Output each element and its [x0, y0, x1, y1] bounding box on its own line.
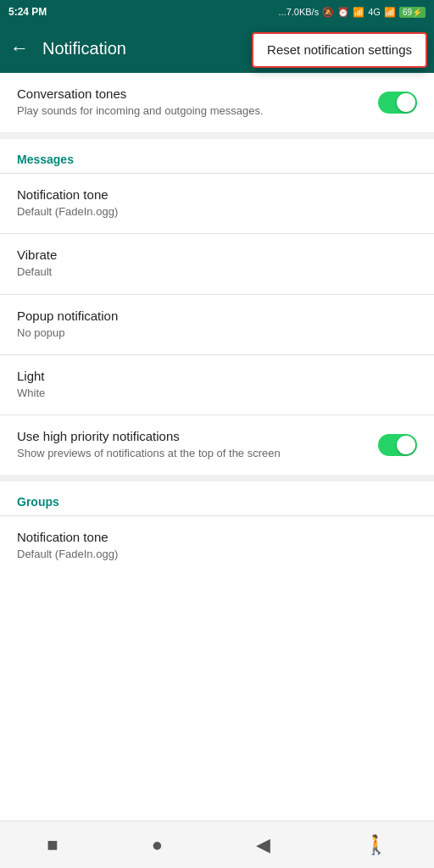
vibrate-text: Vibrate Default: [17, 248, 417, 280]
notification-tone-text: Notification tone Default (FadeIn.ogg): [17, 187, 417, 220]
light-text: Light White: [17, 369, 417, 401]
group-notification-tone-subtitle: Default (FadeIn.ogg): [17, 547, 417, 562]
signal-icon2: 📶: [384, 7, 396, 18]
vibrate-title: Vibrate: [17, 248, 417, 262]
messages-section-header: Messages: [0, 139, 434, 173]
group-notification-tone-title: Notification tone: [17, 530, 417, 544]
reset-notification-settings-item[interactable]: Reset notification settings: [267, 42, 412, 57]
app-bar: ← Notification Reset notification settin…: [0, 24, 434, 73]
vibrate-icon: 🔕: [322, 7, 334, 18]
light-subtitle: White: [17, 386, 417, 401]
conversation-tones-title: Conversation tones: [17, 86, 378, 101]
high-priority-item[interactable]: Use high priority notifications Show pre…: [0, 415, 434, 475]
section-divider-1: [0, 132, 434, 139]
groups-section-header: Groups: [0, 481, 434, 515]
settings-content: Conversation tones Play sounds for incom…: [0, 73, 434, 821]
network-speed: ...7.0KB/s: [278, 7, 319, 17]
light-title: Light: [17, 369, 417, 383]
popup-notification-item[interactable]: Popup notification No popup: [0, 295, 434, 354]
toggle-knob-2: [397, 436, 415, 454]
light-item[interactable]: Light White: [0, 355, 434, 415]
vibrate-subtitle: Default: [17, 264, 417, 280]
conversation-tones-subtitle: Play sounds for incoming and outgoing me…: [17, 103, 378, 119]
signal-icon: 📶: [353, 7, 364, 18]
back-button[interactable]: ←: [10, 37, 29, 59]
high-priority-text: Use high priority notifications Show pre…: [17, 429, 378, 461]
status-bar: 5:24 PM ...7.0KB/s 🔕 ⏰ 📶 4G 📶 69 ⚡: [0, 0, 434, 24]
high-priority-title: Use high priority notifications: [17, 429, 378, 443]
popup-menu[interactable]: Reset notification settings: [252, 32, 427, 68]
recent-apps-button[interactable]: ■: [47, 834, 58, 856]
status-time: 5:24 PM: [8, 6, 47, 18]
popup-notification-text: Popup notification No popup: [17, 309, 417, 341]
popup-notification-subtitle: No popup: [17, 326, 417, 341]
accessibility-button[interactable]: 🚶: [364, 834, 387, 856]
vibrate-item[interactable]: Vibrate Default: [0, 234, 434, 293]
conversation-tones-toggle[interactable]: [378, 92, 417, 114]
section-divider-2: [0, 475, 434, 481]
notification-tone-subtitle: Default (FadeIn.ogg): [17, 204, 417, 220]
status-icons: ...7.0KB/s 🔕 ⏰ 📶 4G 📶 69 ⚡: [278, 7, 426, 18]
group-notification-tone-text: Notification tone Default (FadeIn.ogg): [17, 530, 417, 562]
conversation-tones-item[interactable]: Conversation tones Play sounds for incom…: [0, 73, 434, 132]
notification-tone-item[interactable]: Notification tone Default (FadeIn.ogg): [0, 174, 434, 233]
back-nav-button[interactable]: ◀: [256, 834, 270, 856]
home-button[interactable]: ●: [152, 834, 163, 856]
high-priority-toggle[interactable]: [378, 434, 417, 456]
group-notification-tone-item[interactable]: Notification tone Default (FadeIn.ogg): [0, 516, 434, 576]
lte-icon: 4G: [368, 7, 381, 17]
high-priority-subtitle: Show previews of notifications at the to…: [17, 446, 378, 461]
conversation-tones-text: Conversation tones Play sounds for incom…: [17, 86, 378, 119]
bottom-nav: ■ ● ◀ 🚶: [0, 821, 434, 868]
popup-notification-title: Popup notification: [17, 309, 417, 323]
toggle-knob: [397, 93, 415, 112]
alarm-icon: ⏰: [337, 7, 349, 18]
battery-icon: 69 ⚡: [399, 7, 426, 18]
notification-tone-title: Notification tone: [17, 187, 417, 202]
